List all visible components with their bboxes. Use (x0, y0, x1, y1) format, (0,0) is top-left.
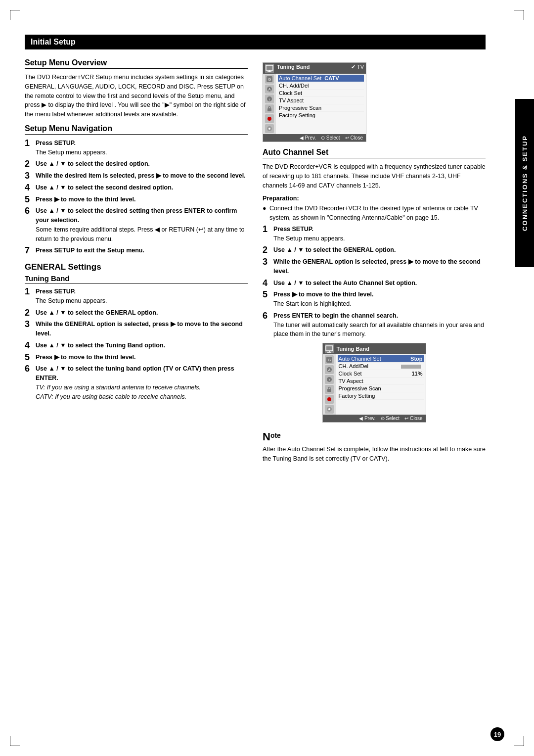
step-num-2: 2 (25, 159, 34, 168)
footer-close-1: ↩ Close (345, 135, 363, 141)
step-num-4: 4 (25, 183, 34, 192)
menu2-auto-channel-label: Auto Channel Set (339, 356, 381, 362)
menu-items-col-1: Auto Channel Set CATV CH. Add/Del Clock … (276, 74, 366, 134)
menu2-tv-aspect-label: TV Aspect (339, 378, 363, 384)
general-icon: G (265, 75, 274, 84)
note-box: Note After the Auto Channel Set is compl… (263, 428, 486, 464)
svg-text:♪: ♪ (328, 378, 330, 381)
footer-select-2: ⊙ Select (381, 416, 400, 421)
record-icon (265, 114, 274, 123)
menu2-prog-scan: Progressive Scan (338, 385, 424, 392)
acs-step-6-text: The tuner will automatically search for … (273, 322, 484, 338)
tb-step-4-bold: Use ▲ / ▼ to select the Tuning Band opti… (36, 342, 165, 349)
menu-screenshot-2: Tuning Band G A ♪ (322, 343, 426, 423)
acs-step-num-1: 1 (263, 225, 271, 234)
language-icon-2: A (325, 365, 334, 374)
acs-step-4-bold: Use ▲ / ▼ to select the Auto Channel Set… (273, 280, 417, 286)
bullet-dot: ● (263, 204, 267, 223)
menu-body-1: G A ♪ (263, 74, 366, 134)
menu-item-factory-setting: Factory Setting (278, 112, 364, 119)
menu2-factory-setting: Factory Setting (338, 392, 424, 400)
step-num-6: 6 (25, 206, 34, 215)
acs-step-5-text: The Start icon is highlighted. (273, 300, 352, 307)
tb-step-2: 2 Use ▲ / ▼ to select the GENERAL option… (25, 308, 248, 318)
tb-step-num-2: 2 (25, 308, 34, 317)
svg-point-10 (267, 117, 271, 121)
menu2-factory-setting-label: Factory Setting (339, 393, 375, 399)
auto-channel-set-body: The DVD Recorder+VCR is equipped with a … (263, 162, 486, 190)
menu-body-2: G A ♪ (323, 354, 426, 415)
menu2-tv-aspect: TV Aspect (338, 378, 424, 385)
menu-item-ch-add-del: CH. Add/Del (278, 82, 364, 90)
tb-step-num-1: 1 (25, 287, 34, 296)
menu-footer-1: ◀ Prev. ⊙ Select ↩ Close (263, 134, 366, 142)
preparation-bullet-text: Connect the DVD Recorder+VCR to the desi… (269, 204, 486, 223)
tb-step-4: 4 Use ▲ / ▼ to select the Tuning Band op… (25, 341, 248, 350)
acs-step-num-5: 5 (263, 290, 271, 299)
acs-step-5-bold: Press ▶ to move to the third level. (273, 291, 373, 298)
auto-channel-set-title: Auto Channel Set (263, 148, 486, 158)
svg-rect-9 (267, 108, 271, 111)
tb-step-1: 1 Press SETUP. The Setup menu appears. (25, 287, 248, 306)
acs-step-6-bold: Press ENTER to begin the channel search. (273, 312, 398, 319)
menu-header-1-title: Tuning Band (277, 64, 351, 73)
general-icon-2: G (325, 355, 334, 364)
menu-header-1: Tuning Band ✔ TV (263, 63, 366, 74)
acs-step-2: 2 Use ▲ / ▼ to select the GENERAL option… (263, 245, 486, 255)
svg-text:A: A (328, 368, 330, 372)
preparation-bullet: ● Connect the DVD Recorder+VCR to the de… (263, 204, 486, 223)
menu-header-1-value: ✔ TV (351, 64, 364, 73)
menu-item-prog-scan: Progressive Scan (278, 104, 364, 112)
menu-footer-2: ◀ Prev. ⊙ Select ↩ Close (323, 415, 426, 422)
nav-step-2-bold: Use ▲ / ▼ to select the desired option. (36, 160, 150, 167)
nav-step-5-bold: Press ▶ to move to the third level. (36, 196, 135, 203)
tb-step-3: 3 While the GENERAL option is selected, … (25, 320, 248, 338)
tb-step-3-bold: While the GENERAL option is selected, pr… (36, 321, 243, 337)
acs-step-1-text: The Setup menu appears. (273, 235, 345, 242)
nav-step-6: 6 Use ▲ / ▼ to select the desired settin… (25, 206, 248, 243)
menu2-prog-scan-label: Progressive Scan (339, 385, 381, 391)
acs-step-6: 6 Press ENTER to begin the channel searc… (263, 311, 486, 339)
setup-menu-overview-section: Setup Menu Overview The DVD Recorder+VCR… (25, 58, 248, 119)
acs-step-num-2: 2 (263, 245, 271, 254)
tb-step-6: 6 Use ▲ / ▼ to select the tuning band op… (25, 364, 248, 401)
tb-step-num-3: 3 (25, 320, 34, 329)
menu-screenshot-1: Tuning Band ✔ TV G A (263, 62, 366, 142)
footer-prev-2: ◀ Prev. (359, 416, 375, 421)
svg-text:G: G (268, 77, 271, 82)
tb-step-num-4: 4 (25, 341, 34, 350)
svg-text:♪: ♪ (268, 97, 270, 101)
section-title-bar: Initial Setup (25, 35, 486, 49)
svg-text:A: A (268, 88, 271, 91)
menu-item-clock-set: Clock Set (278, 90, 364, 97)
setup-menu-navigation-title: Setup Menu Navigation (25, 124, 248, 135)
general-settings-section: GENERAL Settings Tuning Band 1 Press SET… (25, 262, 248, 401)
nav-step-1-bold: Press SETUP. (36, 140, 76, 146)
acs-step-3: 3 While the GENERAL option is selected, … (263, 257, 486, 276)
menu2-auto-channel-value: Stop (410, 356, 422, 362)
acs-step-3-bold: While the GENERAL option is selected, pr… (273, 258, 481, 275)
nav-step-2: 2 Use ▲ / ▼ to select the desired option… (25, 159, 248, 169)
menu-items-col-2: Auto Channel Set Stop CH. Add/Del Clock … (336, 354, 426, 415)
tb-step-1-text: The Setup menu appears. (36, 297, 107, 304)
step-num-5: 5 (25, 195, 34, 204)
menu-header-2-title: Tuning Band (337, 346, 424, 352)
nav-step-6-bold: Use ▲ / ▼ to select the desired setting … (36, 207, 237, 224)
acs-step-1-bold: Press SETUP. (273, 226, 313, 233)
note-ote: ote (270, 431, 281, 439)
footer-prev-1: ◀ Prev. (300, 135, 316, 141)
svg-point-23 (327, 397, 331, 401)
menu2-ch-add-del-label: CH. Add/Del (339, 363, 369, 369)
tv-icon-2 (325, 344, 334, 353)
nav-step-3-bold: While the desired item is selected, pres… (36, 172, 246, 179)
side-tab-label: CONNECTIONS & SETUP (521, 135, 529, 231)
acs-step-num-4: 4 (263, 279, 271, 287)
footer-close-2: ↩ Close (404, 416, 422, 421)
acs-step-num-3: 3 (263, 257, 271, 266)
two-col-layout: Setup Menu Overview The DVD Recorder+VCR… (25, 58, 486, 464)
menu2-auto-channel: Auto Channel Set Stop (338, 355, 424, 363)
page-number: 19 (490, 727, 504, 741)
corner-mark-bl (10, 736, 20, 746)
menu2-clock-set: Clock Set 11% (338, 370, 424, 378)
menu-icons-col-1: G A ♪ (263, 74, 276, 134)
